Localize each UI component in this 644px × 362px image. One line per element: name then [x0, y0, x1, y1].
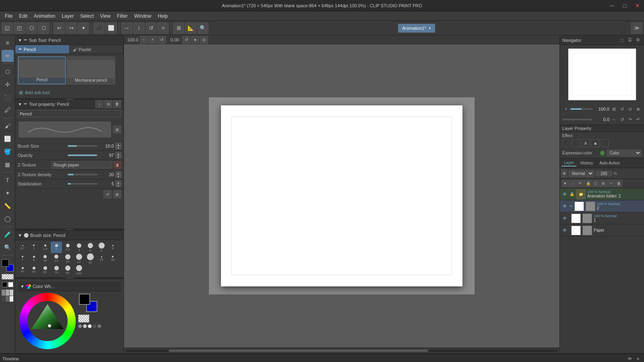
toolbar-grid[interactable]: ⊞: [173, 23, 184, 34]
palette-black[interactable]: [2, 282, 7, 287]
nav-rotate-cw[interactable]: ↷: [626, 116, 634, 123]
tool-navigate[interactable]: 🔍: [2, 241, 14, 253]
expression-select[interactable]: Color Gray Monochrome: [607, 150, 642, 156]
nav-zoom-out[interactable]: ⊙: [626, 105, 634, 113]
menu-help[interactable]: Help: [155, 12, 171, 20]
canvas-container[interactable]: [124, 44, 559, 348]
layer-tab-history[interactable]: History: [578, 160, 595, 166]
toolbar-rotate[interactable]: ↺: [145, 23, 157, 34]
opacity-down[interactable]: ▼: [116, 155, 121, 158]
toolbar-flip-v[interactable]: ↕: [133, 23, 144, 34]
brush-preview-expand[interactable]: ⊞: [113, 125, 121, 134]
layer-item-2[interactable]: 👁 ✏ 100 % Normal 2: [560, 200, 644, 212]
prop-header-copy[interactable]: ⧉: [104, 100, 112, 108]
nav-zoom-in2[interactable]: ⊕: [634, 105, 642, 113]
nav-rotate-reset[interactable]: ↺: [618, 116, 625, 123]
palette-cell[interactable]: [2, 296, 5, 302]
toolbar-btn-2[interactable]: ◰: [14, 23, 25, 34]
palette-cell[interactable]: [10, 296, 13, 302]
toolbar-btn-4[interactable]: ⬡: [38, 23, 49, 34]
brush-size-cell-25[interactable]: 25: [96, 253, 107, 264]
nav-rotate-ccw[interactable]: ↶: [634, 116, 642, 123]
layer-tool-5[interactable]: ⬡: [592, 180, 599, 187]
stabilization-down[interactable]: ▼: [116, 184, 121, 187]
add-sub-tool-button[interactable]: ⊕ Add sub tool: [15, 87, 124, 98]
brush-size-cell-8[interactable]: 8: [28, 253, 39, 264]
canvas-rotate-ccw[interactable]: ↺: [158, 36, 166, 44]
palette-cell[interactable]: [6, 296, 9, 302]
brush-size-cell-17[interactable]: 17: [73, 253, 85, 264]
tool-decoration[interactable]: ✦: [2, 187, 14, 199]
texture-density-down[interactable]: ▼: [116, 175, 121, 178]
menu-file[interactable]: File: [2, 12, 16, 20]
menu-window[interactable]: Window: [131, 12, 155, 20]
layer-fold-btn[interactable]: ▼: [561, 169, 567, 177]
opacity-up[interactable]: ▲: [116, 152, 121, 155]
brush-size-cell-1.5[interactable]: 1.5: [39, 242, 51, 253]
brush-size-cell-5[interactable]: 5: [96, 242, 107, 253]
scrollbar-thumb[interactable]: [169, 350, 428, 352]
brush-size-cell-10[interactable]: 10: [39, 253, 51, 264]
toolbar-btn-1[interactable]: ◱: [2, 23, 13, 34]
brush-size-cell-30[interactable]: 30: [107, 253, 118, 264]
timeline-expand[interactable]: ≫: [626, 355, 634, 362]
layer-animation-folder[interactable]: 👁 🔒 📁 100 % Normal Animation folder: 2: [560, 188, 644, 200]
sub-tab-pastel[interactable]: 🖌 Pastel: [70, 45, 124, 53]
menu-animation[interactable]: Animation: [31, 12, 58, 20]
effect-btn-3[interactable]: A: [582, 139, 590, 147]
brush-size-up[interactable]: ▲: [116, 143, 121, 146]
stabilization-up[interactable]: ▲: [116, 181, 121, 184]
layer-tool-2[interactable]: ↕: [569, 180, 576, 187]
tool-text[interactable]: T: [2, 174, 14, 186]
effect-btn-2[interactable]: [572, 139, 580, 147]
menu-select[interactable]: Select: [77, 12, 97, 20]
brush-size-cell-0.7[interactable]: 0.7: [17, 242, 28, 253]
toolbar-free-transform[interactable]: ⬜: [105, 23, 117, 34]
texture-delete-button[interactable]: 🗑: [114, 161, 121, 169]
palette-cell[interactable]: [10, 290, 13, 296]
layer-opacity-input[interactable]: [596, 171, 612, 176]
prop-expand-button[interactable]: ⊞: [113, 190, 121, 198]
color-panel-collapse-icon[interactable]: ▼: [20, 284, 25, 289]
foreground-color-swatch[interactable]: [2, 259, 9, 267]
toolbar-flip-h[interactable]: ↔: [121, 23, 132, 34]
canvas-scrollbar-h[interactable]: [124, 348, 559, 353]
prop-header-delete[interactable]: 🗑: [113, 100, 121, 108]
brush-size-cell-80[interactable]: 80: [62, 264, 73, 276]
tool-pen[interactable]: 🖊: [2, 104, 14, 116]
fg-color-swatch[interactable]: [79, 294, 90, 305]
layer-tool-4[interactable]: 🔒: [584, 180, 592, 187]
undo-button[interactable]: ↩: [54, 23, 65, 34]
nav-settings-icon[interactable]: ⚙: [634, 37, 642, 44]
redo-button[interactable]: ↪: [66, 23, 77, 34]
brush-size-cell-60[interactable]: 60: [39, 264, 51, 276]
prop-reset-button[interactable]: ↺: [103, 190, 111, 198]
toolbar-expand-right[interactable]: ≫: [631, 23, 642, 34]
tool-move[interactable]: ✢: [2, 78, 14, 90]
tool-transform[interactable]: ⬛: [2, 91, 14, 103]
transparent-swatch[interactable]: [78, 315, 89, 323]
canvas-time-record[interactable]: ●: [191, 36, 199, 44]
brush-size-cell-1[interactable]: 1: [28, 242, 39, 253]
brush-size-cell-4[interactable]: 4: [85, 242, 96, 253]
tool-eraser[interactable]: ⬜: [2, 133, 14, 145]
layer-edit-2[interactable]: ✏: [570, 204, 573, 208]
brush-size-cell-6[interactable]: 6: [107, 242, 118, 253]
tab-close-button[interactable]: ×: [428, 26, 431, 31]
toolbar-ruler[interactable]: 📐: [185, 23, 196, 34]
layer-tool-1[interactable]: ▼: [561, 180, 569, 187]
tool-eyedrop[interactable]: 🧪: [2, 228, 14, 241]
minimize-button[interactable]: ─: [605, 0, 618, 11]
brush-size-cell-20[interactable]: 20: [85, 253, 96, 264]
window-controls[interactable]: ─ □ ✕: [605, 0, 644, 11]
prop-header-save[interactable]: ↓: [95, 100, 103, 108]
nav-zoom-slider[interactable]: [570, 108, 592, 110]
canvas-zoom-in[interactable]: +: [149, 36, 157, 44]
tool-balloon[interactable]: ◯: [2, 213, 14, 225]
stabilization-slider[interactable]: [68, 183, 98, 185]
brush-size-cell-3[interactable]: 3: [73, 242, 85, 253]
tool-brush[interactable]: 🖌: [2, 120, 14, 132]
texture-density-slider[interactable]: [68, 174, 98, 175]
palette-cell[interactable]: [2, 290, 5, 296]
menu-view[interactable]: View: [97, 12, 114, 20]
